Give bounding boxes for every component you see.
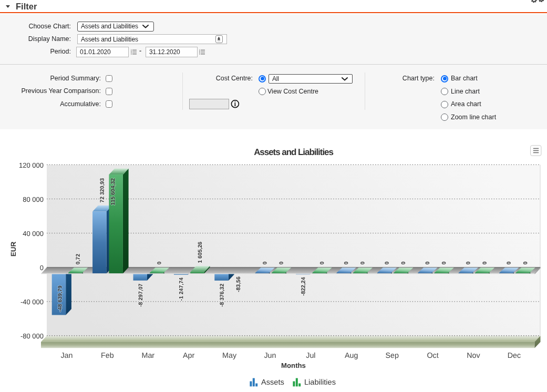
svg-text:Liabilities: Liabilities: [304, 378, 336, 387]
svg-text:Feb: Feb: [101, 352, 114, 360]
svg-text:Apr: Apr: [183, 352, 194, 360]
svg-text:Jul: Jul: [306, 352, 315, 360]
svg-text:Sep: Sep: [385, 352, 398, 360]
svg-text:-80 000: -80 000: [20, 332, 44, 340]
svg-text:Nov: Nov: [467, 352, 480, 360]
svg-text:0: 0: [522, 261, 529, 264]
svg-text:-822,24: -822,24: [301, 277, 307, 296]
svg-text:-1 247,74: -1 247,74: [178, 277, 184, 301]
svg-text:-8 297,07: -8 297,07: [138, 283, 144, 307]
svg-text:Months: Months: [281, 362, 306, 369]
svg-text:72 320,93: 72 320,93: [99, 178, 106, 203]
svg-text:-48 639,79: -48 639,79: [57, 285, 63, 312]
svg-text:0,72: 0,72: [75, 254, 81, 265]
svg-text:1 605,26: 1 605,26: [197, 242, 203, 263]
svg-text:-83,56: -83,56: [235, 276, 242, 292]
svg-text:0: 0: [319, 261, 325, 264]
svg-text:0: 0: [400, 261, 407, 264]
svg-text:Aug: Aug: [345, 352, 358, 360]
svg-text:EUR: EUR: [9, 242, 17, 257]
svg-text:May: May: [222, 352, 237, 360]
svg-text:115 604,32: 115 604,32: [110, 178, 116, 205]
svg-text:0: 0: [40, 264, 44, 272]
svg-text:Assets: Assets: [261, 378, 284, 387]
svg-text:Assets and Liabilities: Assets and Liabilities: [254, 147, 333, 157]
svg-text:Mar: Mar: [141, 352, 154, 360]
svg-text:0: 0: [506, 261, 512, 264]
svg-text:0: 0: [262, 261, 268, 264]
svg-text:Oct: Oct: [427, 352, 438, 360]
svg-text:i: i: [234, 101, 236, 107]
svg-text:0: 0: [360, 261, 366, 264]
svg-text:40 000: 40 000: [23, 230, 44, 238]
svg-text:80 000: 80 000: [23, 195, 44, 203]
svg-text:0: 0: [482, 261, 488, 264]
svg-text:Jan: Jan: [60, 352, 73, 360]
svg-text:Jun: Jun: [264, 352, 276, 360]
svg-text:0: 0: [425, 261, 431, 264]
svg-text:0: 0: [157, 261, 163, 264]
svg-text:0: 0: [465, 261, 471, 264]
svg-text:0: 0: [384, 261, 390, 264]
svg-text:0: 0: [441, 261, 447, 264]
svg-text:0: 0: [278, 261, 285, 264]
svg-text:-40 000: -40 000: [20, 298, 44, 306]
svg-text:120 000: 120 000: [19, 161, 44, 169]
svg-text:Dec: Dec: [508, 352, 521, 360]
svg-text:0: 0: [343, 261, 349, 264]
svg-text:-8 376,32: -8 376,32: [219, 284, 225, 307]
